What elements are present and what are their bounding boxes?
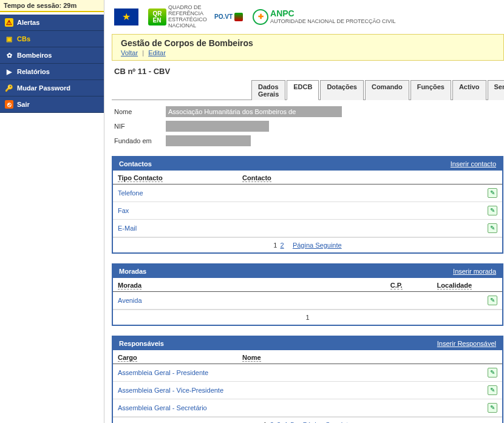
contacto-tipo[interactable]: Fax [113, 201, 237, 219]
col-nome[interactable]: Nome [242, 354, 261, 362]
form-row-nome: Nome Associação Humanitária dos Bombeiro… [114, 106, 504, 117]
qren-icon: QREN [148, 8, 166, 25]
contacto-row: Telefone ✎ [113, 184, 502, 201]
pager-page-2[interactable]: 2 [281, 242, 284, 249]
responsaveis-table: Cargo Nome Assembleia Geral - Presidente… [113, 350, 502, 417]
edit-icon[interactable]: ✎ [488, 385, 497, 395]
pager-current: 1 [305, 314, 309, 321]
edit-link[interactable]: Editar [148, 49, 166, 56]
back-link[interactable]: Voltar [121, 49, 138, 56]
pager-next[interactable]: Página Seguinte [293, 242, 342, 249]
session-timer: Tempo de sessão: 29m [0, 0, 104, 12]
edit-icon[interactable]: ✎ [488, 403, 497, 413]
responsaveis-header: Responsáveis Inserir Responsável [113, 337, 502, 350]
page-title: Gestão de Corpos de Bombeiros [121, 38, 497, 48]
nav-item-sair[interactable]: ⎋ Sair [0, 96, 104, 113]
pager-page-2[interactable]: 2 [270, 421, 274, 423]
title-links: Voltar | Editar [121, 49, 497, 56]
title-band: Gestão de Corpos de Bombeiros Voltar | E… [112, 34, 504, 61]
qren-text: QUADRO DE REFERÊNCIA ESTRATÉGICO NACIONA… [168, 5, 205, 29]
col-contacto[interactable]: Contacto [242, 174, 271, 182]
sidebar: Tempo de sessão: 29m ⚠ Alertas ▣ CBs ✿ B… [0, 0, 104, 423]
povt-logo: PO.VT [214, 13, 243, 21]
responsaveis-title: Responsáveis [119, 340, 164, 347]
nav-label: Alertas [17, 19, 39, 26]
edit-icon[interactable]: ✎ [488, 296, 497, 305]
tab-sen[interactable]: Sen [488, 80, 504, 100]
insert-contacto-link[interactable]: Inserir contacto [451, 160, 496, 168]
tab-edcb[interactable]: EDCB [287, 80, 319, 100]
tab-dados-gerais[interactable]: Dados Gerais [251, 80, 285, 100]
nome-value [237, 381, 483, 399]
contacto-valor [237, 184, 483, 201]
responsaveis-panel: Responsáveis Inserir Responsável Cargo N… [112, 336, 503, 423]
contacto-tipo[interactable]: E-Mail [113, 219, 237, 237]
pager-current: 1 [273, 242, 277, 249]
form-row-nif: NIF [114, 121, 504, 132]
pager-page-5[interactable]: 5 [290, 421, 294, 423]
col-localidade[interactable]: Localidade [437, 282, 472, 289]
localidade-value [432, 291, 483, 309]
col-tipo-contacto[interactable]: Tipo Contacto [118, 174, 163, 182]
col-cargo[interactable]: Cargo [118, 354, 137, 362]
moradas-pager: 1 [113, 310, 502, 325]
nome-value [237, 364, 483, 381]
nav-label: Mudar Password [17, 84, 70, 92]
povt-text: PO.VT [214, 13, 233, 20]
edit-icon[interactable]: ✎ [488, 368, 497, 377]
nav-label: Sair [17, 101, 30, 108]
morada-row: Avenida ✎ [113, 291, 502, 309]
pager-page-4[interactable]: 4 [284, 421, 287, 423]
nav-label: Bombeiros [17, 52, 52, 59]
cargo-value[interactable]: Assembleia Geral - Vice-Presidente [113, 381, 237, 399]
nav-label: Relatórios [17, 68, 50, 75]
anpc-text: ANPCAUTORIDADE NACIONAL DE PROTECÇÃO CIV… [270, 9, 396, 24]
fundado-field [166, 135, 251, 146]
contactos-header: Contactos Inserir contacto [113, 157, 502, 171]
edit-icon[interactable]: ✎ [488, 188, 497, 198]
tab-dotacoes[interactable]: Dotações [320, 80, 364, 100]
pager-page-3[interactable]: 3 [277, 421, 281, 423]
tab-comando[interactable]: Comando [365, 80, 409, 100]
relatorios-icon: ▶ [5, 67, 13, 76]
edit-icon[interactable]: ✎ [488, 223, 497, 233]
nav-item-cbs[interactable]: ▣ CBs [0, 31, 104, 47]
logo-row: ★ QREN QUADRO DE REFERÊNCIA ESTRATÉGICO … [112, 5, 504, 29]
contacto-row: E-Mail ✎ [113, 219, 502, 237]
cp-value [386, 291, 432, 309]
col-cp[interactable]: C.P. [390, 282, 403, 289]
tab-activo[interactable]: Activo [452, 80, 486, 100]
main-content: ★ QREN QUADRO DE REFERÊNCIA ESTRATÉGICO … [104, 0, 504, 423]
contacto-tipo[interactable]: Telefone [113, 184, 237, 201]
eu-flag-icon: ★ [114, 8, 138, 25]
contacto-valor [237, 201, 483, 219]
contacto-valor [237, 219, 483, 237]
alert-icon: ⚠ [5, 18, 13, 27]
tab-funcoes[interactable]: Funções [410, 80, 451, 100]
contactos-title: Contactos [119, 160, 152, 168]
nav-item-bombeiros[interactable]: ✿ Bombeiros [0, 47, 104, 64]
pager-current: 1 [264, 421, 267, 423]
fundado-label: Fundado em [114, 137, 166, 144]
cargo-value[interactable]: Assembleia Geral - Presidente [113, 364, 237, 381]
nav-item-alertas[interactable]: ⚠ Alertas [0, 15, 104, 31]
bombeiros-icon: ✿ [5, 51, 13, 59]
exit-icon: ⎋ [5, 100, 13, 109]
moradas-table: Morada C.P. Localidade Avenida ✎ [113, 278, 502, 310]
cargo-value[interactable]: Assembleia Geral - Secretário [113, 399, 237, 416]
contacto-row: Fax ✎ [113, 201, 502, 219]
pager-next[interactable]: Página Seguinte [303, 421, 352, 423]
nav-item-relatorios[interactable]: ▶ Relatórios [0, 64, 104, 80]
responsavel-row: Assembleia Geral - Secretário ✎ [113, 399, 502, 416]
nif-field [166, 121, 269, 132]
insert-morada-link[interactable]: Inserir morada [453, 268, 496, 275]
responsavel-row: Assembleia Geral - Presidente ✎ [113, 364, 502, 381]
contactos-pager: 1 2 Página Seguinte [113, 237, 502, 252]
col-morada[interactable]: Morada [118, 282, 141, 289]
cbs-icon: ▣ [5, 35, 13, 43]
nav-item-mudar-password[interactable]: 🔑 Mudar Password [0, 80, 104, 96]
edit-icon[interactable]: ✎ [488, 206, 497, 215]
insert-responsavel-link[interactable]: Inserir Responsável [437, 340, 496, 347]
nome-label: Nome [114, 108, 166, 115]
morada-value[interactable]: Avenida [113, 291, 386, 309]
